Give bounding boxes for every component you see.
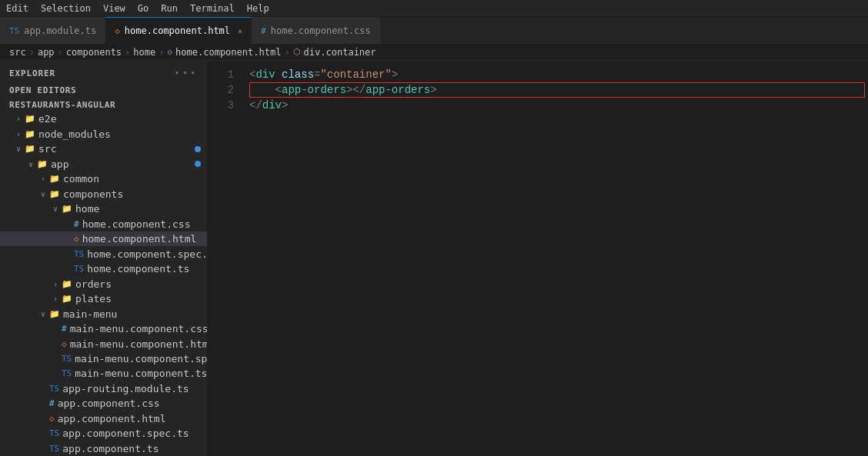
- sidebar-header: EXPLORER ···: [0, 61, 207, 82]
- breadcrumb-file: home.component.html: [175, 47, 281, 58]
- line-content-2: <app-orders></app-orders>: [246, 84, 868, 96]
- menu-help[interactable]: Help: [247, 3, 269, 14]
- tree-item-app-component-ts[interactable]: TS app.component.ts: [0, 441, 207, 456]
- folder-icon-e2e: 📁: [25, 114, 35, 124]
- ts-file-icon-routing: TS: [49, 384, 59, 394]
- tree-item-orders[interactable]: › 📁 orders: [0, 276, 207, 291]
- open-editors-section: OPEN EDITORS: [0, 82, 207, 97]
- breadcrumb: src › app › components › home › ◇ home.c…: [0, 44, 868, 61]
- tree-item-node-modules[interactable]: › 📁 node_modules: [0, 126, 207, 141]
- css-file-icon: #: [74, 219, 79, 229]
- folder-icon-home: 📁: [62, 204, 72, 214]
- tree-item-home-component-spec[interactable]: TS home.component.spec.ts: [0, 246, 207, 261]
- tab-bar: TS app.module.ts ◇ home.component.html ✕…: [0, 17, 868, 44]
- tab-app-module[interactable]: TS app.module.ts: [0, 17, 105, 44]
- menu-go[interactable]: Go: [138, 3, 149, 14]
- menu-bar: Edit Selection View Go Run Terminal Help: [0, 0, 868, 17]
- sidebar-options-button[interactable]: ···: [174, 67, 198, 79]
- html-file-icon: ◇: [167, 47, 172, 57]
- breadcrumb-app: app: [38, 47, 55, 58]
- sidebar: EXPLORER ··· OPEN EDITORS RESTAURANTS-AN…: [0, 61, 208, 456]
- ts-file-icon-main: TS: [62, 368, 72, 378]
- tree-item-main-menu-css[interactable]: # main-menu.component.css: [0, 321, 207, 336]
- tree-item-common[interactable]: › 📁 common: [0, 171, 207, 186]
- tree-item-app-component-spec[interactable]: TS app.component.spec.ts: [0, 426, 207, 441]
- folder-icon-src: 📁: [25, 144, 35, 154]
- tree-item-home-component-ts[interactable]: TS home.component.ts: [0, 261, 207, 276]
- breadcrumb-sep1: ›: [29, 47, 35, 58]
- tab-label-home-css: home.component.css: [271, 25, 371, 36]
- tree-item-components[interactable]: ∨ 📁 components: [0, 186, 207, 201]
- tree-item-main-menu[interactable]: ∨ 📁 main-menu: [0, 306, 207, 321]
- breadcrumb-home: home: [133, 47, 155, 58]
- ts-file-icon-app-spec: TS: [49, 428, 59, 438]
- tab-home-component-css[interactable]: # home.component.css: [252, 17, 380, 44]
- tree-item-plates[interactable]: › 📁 plates: [0, 291, 207, 306]
- tree-item-home[interactable]: ∨ 📁 home: [0, 201, 207, 216]
- modified-indicator-app: [195, 161, 201, 167]
- folder-icon-orders: 📁: [62, 279, 72, 289]
- html-file-icon-tree: ◇: [74, 234, 79, 244]
- folder-icon-plates: 📁: [62, 294, 72, 304]
- folder-icon-node-modules: 📁: [25, 129, 35, 139]
- line-number-3: 3: [208, 99, 246, 112]
- html-icon: ◇: [115, 26, 120, 36]
- breadcrumb-components: components: [66, 47, 122, 58]
- code-line-2: 2 <app-orders></app-orders>: [208, 82, 868, 98]
- tree-item-home-component-css[interactable]: # home.component.css: [0, 216, 207, 231]
- code-container[interactable]: 1 <div class="container"> 2 <app-orders>…: [208, 61, 868, 456]
- editor-area: 1 <div class="container"> 2 <app-orders>…: [208, 61, 868, 456]
- breadcrumb-selector: div.container: [304, 47, 376, 58]
- menu-view[interactable]: View: [103, 3, 125, 14]
- folder-icon-common: 📁: [49, 174, 60, 184]
- breadcrumb-sep4: ›: [159, 47, 164, 58]
- menu-selection[interactable]: Selection: [41, 3, 91, 14]
- tab-home-component-html[interactable]: ◇ home.component.html ✕: [105, 17, 252, 44]
- tree-item-e2e[interactable]: › 📁 e2e: [0, 112, 207, 126]
- ts-file-icon: TS: [74, 264, 84, 274]
- code-line-1: 1 <div class="container">: [208, 67, 868, 82]
- breadcrumb-sep2: ›: [58, 47, 63, 58]
- menu-run[interactable]: Run: [161, 3, 178, 14]
- tab-label-home-html: home.component.html: [125, 25, 230, 36]
- ts-file-icon-spec: TS: [74, 249, 84, 259]
- tree-item-main-menu-ts[interactable]: TS main-menu.component.ts: [0, 366, 207, 381]
- html-file-icon-main: ◇: [62, 339, 67, 349]
- ts-icon: TS: [9, 26, 19, 36]
- breadcrumb-sep5: ›: [284, 47, 289, 58]
- line-content-3: </div>: [246, 99, 868, 112]
- tree-item-src[interactable]: ∨ 📁 src: [0, 141, 207, 156]
- css-file-icon-app: #: [49, 398, 55, 408]
- html-file-icon-app: ◇: [49, 414, 55, 424]
- line-content-1: <div class="container">: [246, 68, 868, 81]
- breadcrumb-src: src: [9, 47, 26, 58]
- breadcrumb-sep3: ›: [125, 47, 130, 58]
- line-number-1: 1: [208, 68, 246, 81]
- explorer-title: EXPLORER: [9, 68, 55, 78]
- project-section: RESTAURANTS-ANGULAR: [0, 97, 207, 112]
- tree-item-main-menu-html[interactable]: ◇ main-menu.component.html: [0, 336, 207, 351]
- line-number-2: 2: [208, 84, 246, 96]
- css-file-icon-main: #: [62, 324, 67, 334]
- main-content: EXPLORER ··· OPEN EDITORS RESTAURANTS-AN…: [0, 61, 868, 456]
- tab-label-app-module: app.module.ts: [24, 25, 96, 36]
- ts-file-icon-app: TS: [49, 444, 59, 454]
- tab-close-button[interactable]: ✕: [238, 27, 242, 35]
- component-icon: ⬡: [293, 47, 301, 57]
- tree-item-home-component-html[interactable]: ◇ home.component.html: [0, 231, 207, 246]
- tree-item-app[interactable]: ∨ 📁 app: [0, 156, 207, 171]
- folder-icon-main-menu: 📁: [49, 309, 60, 319]
- menu-edit[interactable]: Edit: [6, 3, 28, 14]
- modified-indicator-src: [195, 146, 201, 152]
- css-icon: #: [261, 26, 266, 36]
- tree-item-app-component-html[interactable]: ◇ app.component.html: [0, 411, 207, 426]
- tree-item-main-menu-spec[interactable]: TS main-menu.component.spec.ts: [0, 351, 207, 366]
- menu-terminal[interactable]: Terminal: [190, 3, 235, 14]
- code-line-3: 3 </div>: [208, 98, 868, 113]
- folder-icon-app: 📁: [37, 159, 48, 169]
- tree-item-app-routing[interactable]: TS app-routing.module.ts: [0, 381, 207, 396]
- folder-icon-components: 📁: [49, 189, 60, 199]
- ts-file-icon-main-spec: TS: [62, 354, 72, 364]
- tree-item-app-component-css[interactable]: # app.component.css: [0, 396, 207, 411]
